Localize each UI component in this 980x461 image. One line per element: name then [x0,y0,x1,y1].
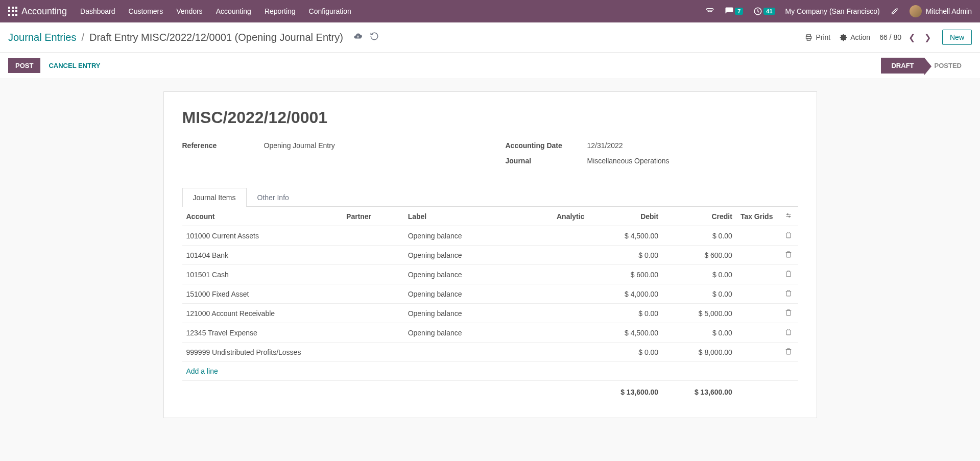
th-credit[interactable]: Credit [662,207,736,226]
table-row[interactable]: 101404 BankOpening balance$ 0.00$ 600.00 [182,246,798,265]
cell-partner[interactable] [342,265,404,284]
delete-row-icon[interactable] [779,323,798,343]
cell-tax-grids[interactable] [736,246,779,265]
cell-partner[interactable] [342,323,404,343]
cell-credit[interactable]: $ 5,000.00 [662,304,736,323]
cell-partner[interactable] [342,284,404,304]
accounting-date-value[interactable]: 12/31/2022 [587,141,623,150]
action-button[interactable]: Action [840,33,870,41]
pager-next-icon[interactable]: ❯ [922,33,933,42]
delete-row-icon[interactable] [779,304,798,323]
cell-analytic[interactable] [515,284,589,304]
tools-icon[interactable] [890,7,899,16]
cell-credit[interactable]: $ 0.00 [662,323,736,343]
delete-row-icon[interactable] [779,246,798,265]
cell-analytic[interactable] [515,265,589,284]
post-button[interactable]: POST [8,58,40,73]
cell-label[interactable]: Opening balance [404,226,515,246]
cancel-entry-button[interactable]: CANCEL ENTRY [46,58,102,73]
messages-icon[interactable]: 7 [725,7,743,16]
th-analytic[interactable]: Analytic [515,207,589,226]
cell-tax-grids[interactable] [736,284,779,304]
print-button[interactable]: Print [805,33,830,41]
cell-tax-grids[interactable] [736,304,779,323]
cell-debit[interactable]: $ 0.00 [588,304,662,323]
cell-label[interactable]: Opening balance [404,284,515,304]
nav-accounting[interactable]: Accounting [216,7,251,15]
cell-credit[interactable]: $ 8,000.00 [662,343,736,362]
cell-account[interactable]: 101000 Current Assets [182,226,343,246]
cell-partner[interactable] [342,304,404,323]
th-tax-grids[interactable]: Tax Grids [736,207,779,226]
table-row[interactable]: 151000 Fixed AssetOpening balance$ 4,000… [182,284,798,304]
th-options[interactable] [779,207,798,226]
cloud-save-icon[interactable] [353,32,363,43]
cell-analytic[interactable] [515,323,589,343]
cell-credit[interactable]: $ 600.00 [662,246,736,265]
th-label[interactable]: Label [404,207,515,226]
app-name[interactable]: Accounting [21,6,67,17]
delete-row-icon[interactable] [779,265,798,284]
cell-partner[interactable] [342,226,404,246]
cell-analytic[interactable] [515,343,589,362]
user-menu[interactable]: Mitchell Admin [910,5,972,17]
cell-tax-grids[interactable] [736,323,779,343]
table-row[interactable]: 101501 CashOpening balance$ 600.00$ 0.00 [182,265,798,284]
add-line-button[interactable]: Add a line [186,367,218,375]
cell-debit[interactable]: $ 0.00 [588,343,662,362]
cell-tax-grids[interactable] [736,265,779,284]
nav-reporting[interactable]: Reporting [265,7,296,15]
cell-label[interactable]: Opening balance [404,323,515,343]
cell-partner[interactable] [342,343,404,362]
cell-label[interactable]: Opening balance [404,246,515,265]
cell-partner[interactable] [342,246,404,265]
nav-dashboard[interactable]: Dashboard [80,7,115,15]
cell-account[interactable]: 121000 Account Receivable [182,304,343,323]
company-selector[interactable]: My Company (San Francisco) [785,7,880,15]
cell-account[interactable]: 101501 Cash [182,265,343,284]
activities-icon[interactable]: 41 [753,7,775,16]
cell-debit[interactable]: $ 4,500.00 [588,323,662,343]
th-account[interactable]: Account [182,207,343,226]
table-row[interactable]: 999999 Undistributed Profits/Losses$ 0.0… [182,343,798,362]
delete-row-icon[interactable] [779,343,798,362]
cell-label[interactable]: Opening balance [404,265,515,284]
delete-row-icon[interactable] [779,226,798,246]
table-row[interactable]: 12345 Travel ExpenseOpening balance$ 4,5… [182,323,798,343]
cell-label[interactable]: Opening balance [404,304,515,323]
nav-vendors[interactable]: Vendors [176,7,202,15]
cell-debit[interactable]: $ 4,500.00 [588,226,662,246]
discard-icon[interactable] [370,32,379,43]
pager-prev-icon[interactable]: ❮ [906,33,917,42]
cell-credit[interactable]: $ 0.00 [662,284,736,304]
th-partner[interactable]: Partner [342,207,404,226]
cell-analytic[interactable] [515,246,589,265]
journal-value[interactable]: Miscellaneous Operations [587,157,670,165]
reference-value[interactable]: Opening Journal Entry [264,141,335,150]
table-row[interactable]: 101000 Current AssetsOpening balance$ 4,… [182,226,798,246]
cell-debit[interactable]: $ 0.00 [588,246,662,265]
status-posted[interactable]: POSTED [924,58,972,74]
nav-configuration[interactable]: Configuration [309,7,351,15]
cell-credit[interactable]: $ 0.00 [662,265,736,284]
cell-credit[interactable]: $ 0.00 [662,226,736,246]
tab-journal-items[interactable]: Journal Items [182,188,247,207]
nav-customers[interactable]: Customers [129,7,163,15]
cell-tax-grids[interactable] [736,343,779,362]
cell-analytic[interactable] [515,304,589,323]
cell-debit[interactable]: $ 600.00 [588,265,662,284]
new-button[interactable]: New [942,30,972,45]
apps-icon[interactable] [8,7,17,16]
cell-account[interactable]: 12345 Travel Expense [182,323,343,343]
cell-analytic[interactable] [515,226,589,246]
cell-tax-grids[interactable] [736,226,779,246]
cell-label[interactable] [404,343,515,362]
cell-account[interactable]: 101404 Bank [182,246,343,265]
breadcrumb-root[interactable]: Journal Entries [8,32,76,43]
status-draft[interactable]: DRAFT [881,58,924,74]
cell-account[interactable]: 999999 Undistributed Profits/Losses [182,343,343,362]
tab-other-info[interactable]: Other Info [247,188,300,207]
pager-text[interactable]: 66 / 80 [879,33,901,41]
cell-account[interactable]: 151000 Fixed Asset [182,284,343,304]
delete-row-icon[interactable] [779,284,798,304]
